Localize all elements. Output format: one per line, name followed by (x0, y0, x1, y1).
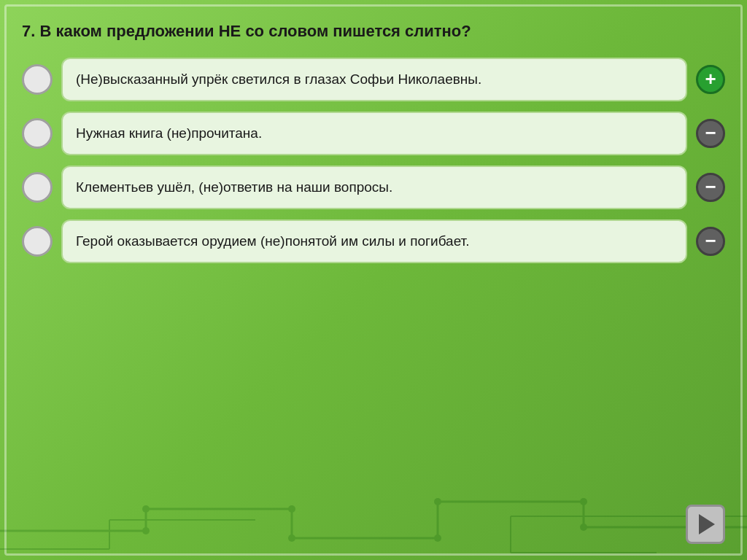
badge-minus-3[interactable]: − (696, 173, 725, 202)
next-button[interactable] (686, 505, 725, 544)
radio-inner-3 (31, 182, 43, 193)
radio-1[interactable] (22, 64, 53, 95)
option-row-4: Герой оказывается орудием (не)понятой им… (22, 219, 725, 263)
badge-minus-4[interactable]: − (696, 227, 725, 256)
radio-inner-4 (31, 236, 43, 247)
badge-plus-1[interactable]: + (696, 65, 725, 94)
radio-2[interactable] (22, 118, 53, 149)
next-arrow-icon (699, 514, 715, 534)
option-card-2[interactable]: Нужная книга (не)прочитана. (61, 112, 687, 155)
option-row-3: Клементьев ушёл, (не)ответив на наши воп… (22, 166, 725, 209)
question-title: 7. В каком предложении НЕ со словом пише… (22, 20, 725, 43)
radio-3[interactable] (22, 172, 53, 203)
option-row-2: Нужная книга (не)прочитана. − (22, 112, 725, 155)
badge-minus-2[interactable]: − (696, 119, 725, 148)
option-text-1: (Не)высказанный упрёк светился в глазах … (76, 69, 481, 90)
option-card-3[interactable]: Клементьев ушёл, (не)ответив на наши воп… (61, 166, 687, 209)
options-list: (Не)высказанный упрёк светился в глазах … (22, 58, 725, 263)
option-text-3: Клементьев ушёл, (не)ответив на наши воп… (76, 177, 392, 198)
option-card-1[interactable]: (Не)высказанный упрёк светился в глазах … (61, 58, 687, 101)
option-text-4: Герой оказывается орудием (не)понятой им… (76, 231, 469, 252)
radio-inner-2 (31, 128, 43, 139)
option-text-2: Нужная книга (не)прочитана. (76, 123, 262, 144)
option-card-4[interactable]: Герой оказывается орудием (не)понятой им… (61, 219, 687, 263)
option-row-1: (Не)высказанный упрёк светился в глазах … (22, 58, 725, 101)
radio-inner-1 (31, 74, 43, 85)
radio-4[interactable] (22, 226, 53, 257)
